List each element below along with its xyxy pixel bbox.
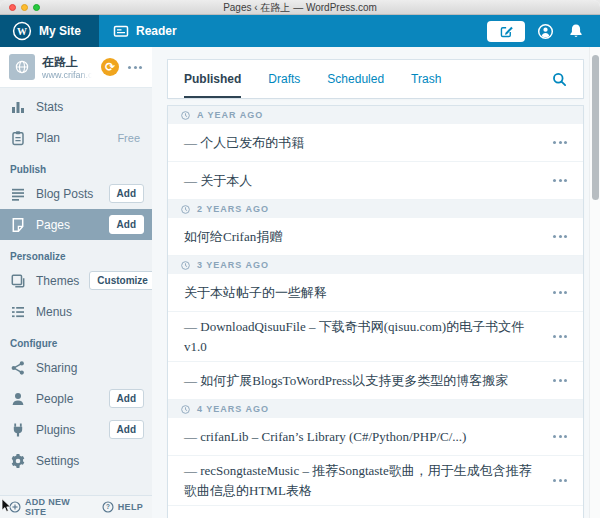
themes-icon: [10, 273, 26, 289]
site-card[interactable]: 在路上 www.crifan.com ⟳: [0, 47, 152, 88]
page-row[interactable]: 关于本站帖子的一些解释: [168, 274, 583, 312]
clock-icon: [180, 204, 191, 215]
window-title: Pages ‹ 在路上 — WordPress.com: [223, 0, 377, 15]
stats-icon: [10, 99, 26, 115]
sidebar-item-plan[interactable]: PlanFree: [0, 122, 152, 153]
site-avatar: [9, 54, 35, 80]
sidebar-section-header-personalize: Personalize: [0, 240, 152, 265]
search-button[interactable]: [552, 60, 567, 98]
tab-published[interactable]: Published: [184, 60, 241, 98]
reader-button[interactable]: Reader: [99, 15, 191, 47]
tab-drafts[interactable]: Drafts: [268, 60, 300, 98]
add-button[interactable]: Add: [109, 420, 144, 439]
tab-scheduled[interactable]: Scheduled: [327, 60, 384, 98]
page-row[interactable]: — 如何扩展BlogsToWordPress以支持更多类型的博客搬家: [168, 362, 583, 400]
compose-icon: [499, 24, 514, 39]
zoom-button[interactable]: [33, 4, 40, 11]
page-row[interactable]: — DownloadQisuuFile – 下载奇书网(qisuu.com)的电…: [168, 312, 583, 362]
page-title: — 关于本人: [184, 171, 551, 191]
page-actions-button[interactable]: [551, 331, 569, 342]
notifications-button[interactable]: [565, 20, 587, 42]
sidebar-item-label: Themes: [36, 274, 79, 288]
plan-meta-label: Free: [117, 132, 144, 144]
sidebar-item-label: Pages: [36, 218, 70, 232]
page-row[interactable]: 如何给Crifan捐赠: [168, 218, 583, 256]
group-age-label: 2 YEARS AGO: [197, 204, 269, 214]
page-actions-button[interactable]: [551, 137, 569, 148]
sidebar-item-stats[interactable]: Stats: [0, 91, 152, 122]
tab-bar: PublishedDraftsScheduledTrash: [168, 60, 583, 98]
mouse-cursor: [1, 498, 14, 517]
page-title: — recSongtasteMusic – 推荐Songtaste歌曲，用于生成…: [184, 461, 551, 500]
sidebar-item-label: Settings: [36, 454, 79, 468]
clock-icon: [180, 260, 191, 271]
my-site-button[interactable]: W My Site: [0, 15, 99, 47]
masthead: W My Site Reader: [0, 15, 600, 47]
help-label: HELP: [118, 502, 143, 512]
compose-button[interactable]: [487, 21, 525, 42]
svg-text:?: ?: [106, 503, 110, 510]
page-actions-button[interactable]: [551, 231, 569, 242]
site-menu-button[interactable]: [126, 62, 144, 73]
sharing-icon: [10, 360, 26, 376]
wordpress-logo-icon: W: [12, 21, 32, 41]
sidebar-section-header-publish: Publish: [0, 153, 152, 178]
page-actions-button[interactable]: [551, 375, 569, 386]
clock-icon: [180, 404, 191, 415]
page-row[interactable]: — crifanLib – Crifan’s Library (C#/Pytho…: [168, 418, 583, 456]
help-button[interactable]: ? HELP: [102, 501, 143, 513]
site-meta: 在路上 www.crifan.com: [42, 55, 94, 80]
group-age-label: A YEAR AGO: [197, 110, 263, 120]
add-button[interactable]: Add: [109, 389, 144, 408]
group-header: 2 YEARS AGO: [168, 200, 583, 218]
page-actions-button[interactable]: [551, 175, 569, 186]
sidebar-item-settings[interactable]: Settings: [0, 445, 152, 476]
page-row[interactable]: 站点地图: [168, 506, 583, 518]
titlebar: Pages ‹ 在路上 — WordPress.com: [0, 0, 600, 15]
page-row[interactable]: — 关于本人: [168, 162, 583, 200]
app-body: 在路上 www.crifan.com ⟳ StatsPlanFreePublis…: [0, 47, 600, 518]
main-content: PublishedDraftsScheduledTrash A YEAR AGO…: [152, 47, 600, 518]
sidebar-item-label: Blog Posts: [36, 187, 93, 201]
sidebar-item-menus[interactable]: Menus: [0, 296, 152, 327]
sidebar-item-plugins[interactable]: PluginsAdd: [0, 414, 152, 445]
sync-icon: ⟳: [105, 61, 115, 73]
tab-trash[interactable]: Trash: [411, 60, 441, 98]
group-header: 3 YEARS AGO: [168, 256, 583, 274]
masthead-actions: [487, 15, 600, 47]
sidebar-item-label: Plan: [36, 131, 60, 145]
sync-badge[interactable]: ⟳: [101, 58, 119, 76]
sidebar-item-label: Stats: [36, 100, 63, 114]
page-title: 如何给Crifan捐赠: [184, 227, 551, 247]
sidebar-item-pages[interactable]: PagesAdd: [0, 209, 152, 240]
sidebar-item-blog-posts[interactable]: Blog PostsAdd: [0, 178, 152, 209]
pages-icon: [10, 217, 26, 233]
globe-icon: [14, 59, 30, 75]
plan-icon: [10, 130, 26, 146]
page-actions-button[interactable]: [551, 475, 569, 486]
page-actions-button[interactable]: [551, 287, 569, 298]
bell-icon: [568, 23, 584, 39]
sidebar-item-label: Sharing: [36, 361, 77, 375]
sidebar-item-people[interactable]: PeopleAdd: [0, 383, 152, 414]
customize-button[interactable]: Customize: [89, 271, 156, 290]
profile-button[interactable]: [534, 20, 556, 42]
add-new-site-button[interactable]: ADD NEW SITE: [9, 497, 87, 517]
sidebar-item-themes[interactable]: ThemesCustomize: [0, 265, 152, 296]
page-row[interactable]: — recSongtasteMusic – 推荐Songtaste歌曲，用于生成…: [168, 456, 583, 506]
my-site-label: My Site: [39, 24, 81, 38]
sidebar-item-sharing[interactable]: Sharing: [0, 352, 152, 383]
traffic-lights: [9, 4, 40, 11]
add-button[interactable]: Add: [109, 215, 144, 234]
page-actions-button[interactable]: [551, 431, 569, 442]
close-button[interactable]: [9, 4, 16, 11]
scrollbar[interactable]: [589, 47, 600, 518]
minimize-button[interactable]: [21, 4, 28, 11]
menus-icon: [10, 304, 26, 320]
page-title: — 如何扩展BlogsToWordPress以支持更多类型的博客搬家: [184, 371, 551, 391]
scrollbar-thumb[interactable]: [592, 55, 599, 200]
add-button[interactable]: Add: [109, 184, 144, 203]
reader-label: Reader: [136, 24, 177, 38]
sidebar-item-label: People: [36, 392, 73, 406]
page-row[interactable]: — 个人已发布的书籍: [168, 124, 583, 162]
